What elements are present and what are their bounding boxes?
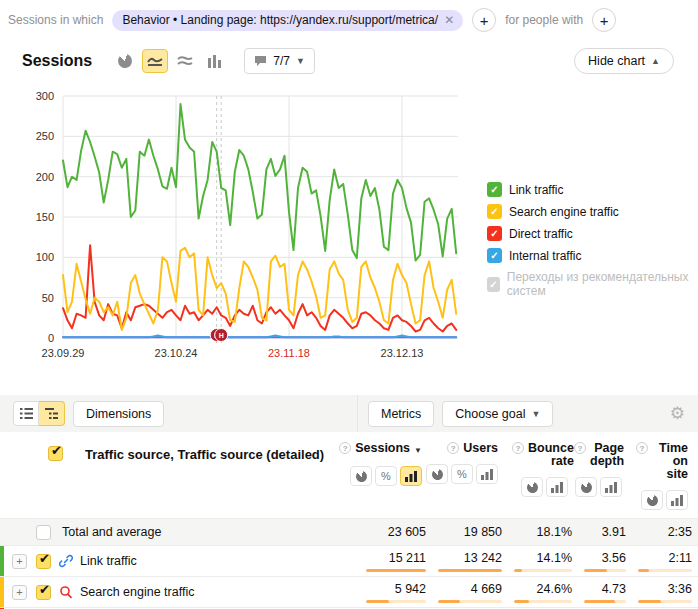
legend-item-link-traffic[interactable]: ✓ Link traffic	[487, 182, 698, 197]
row-label[interactable]: Search engine traffic	[80, 585, 194, 599]
flat-list-icon	[20, 408, 33, 419]
svg-text:300: 300	[36, 90, 54, 102]
segment-chip-label: Behavior • Landing page: https://yandex.…	[122, 13, 438, 27]
column-chart-type-button[interactable]	[202, 49, 228, 73]
help-icon[interactable]: ?	[574, 442, 586, 454]
link-icon	[59, 554, 73, 568]
mini-bars-icon	[405, 471, 417, 482]
svg-text:Н: Н	[219, 332, 224, 339]
legend-checkbox[interactable]: ✓	[487, 226, 502, 241]
stacked-chart-icon	[177, 55, 193, 67]
column-label[interactable]: Bounce rate	[528, 442, 574, 468]
users-value: 4 669	[471, 582, 502, 596]
flat-list-view-button[interactable]	[13, 401, 39, 426]
pie-toggle-button[interactable]	[426, 464, 448, 484]
page-depth-value: 3.56	[602, 551, 626, 565]
legend-checkbox[interactable]: ✓	[487, 204, 502, 219]
mini-bars-icon	[605, 482, 617, 493]
hide-chart-label: Hide chart	[588, 54, 645, 68]
column-label[interactable]: Sessions	[355, 442, 410, 455]
filter-suffix-label: for people with	[505, 13, 583, 27]
pie-toggle-button[interactable]	[350, 466, 372, 486]
svg-text:50: 50	[42, 292, 54, 304]
row-label[interactable]: Link traffic	[80, 554, 137, 568]
pie-chart-type-button[interactable]	[112, 49, 138, 73]
column-label[interactable]: Page depth	[590, 442, 624, 468]
svg-text:200: 200	[36, 171, 54, 183]
percent-toggle-button[interactable]: %	[451, 464, 473, 484]
mini-bars-icon	[551, 482, 563, 493]
chevron-down-icon: ▼	[531, 409, 540, 419]
tree-view-button[interactable]	[39, 401, 65, 426]
bounce-rate-value: 14.1%	[537, 551, 572, 565]
expand-button[interactable]: +	[12, 554, 27, 569]
filter-prefix-label: Sessions in which	[8, 13, 103, 27]
pie-toggle-button[interactable]	[521, 477, 543, 497]
table-row-link-traffic: + Link traffic 15 211 13 242 14.1% 3.56 …	[0, 546, 698, 577]
column-label[interactable]: Users	[463, 442, 498, 455]
column-header-time-on-site: ? Time on site	[632, 432, 698, 518]
choose-goal-button[interactable]: Choose goal ▼	[442, 401, 553, 427]
expand-button[interactable]: +	[12, 585, 27, 600]
hide-chart-button[interactable]: Hide chart ▲	[574, 48, 674, 74]
sessions-value: 15 211	[389, 551, 426, 565]
table-row-search-engine-traffic: + Search engine traffic 5 942 4 669 24.6…	[0, 577, 698, 608]
legend-checkbox[interactable]: ✓	[487, 182, 502, 197]
add-segment-button[interactable]: +	[472, 8, 496, 32]
annotations-dropdown[interactable]: 7/7 ▼	[244, 48, 315, 74]
bars-toggle-button[interactable]	[546, 477, 568, 497]
pie-chart-icon	[116, 52, 134, 70]
column-header-bounce-rate: ? Bounce rate	[508, 432, 578, 518]
stacked-chart-type-button[interactable]	[172, 49, 198, 73]
svg-text:23.10.24: 23.10.24	[155, 347, 198, 359]
help-icon[interactable]: ?	[447, 442, 459, 454]
gear-icon[interactable]: ⚙	[670, 403, 685, 424]
legend-item-search-traffic[interactable]: ✓ Search engine traffic	[487, 204, 698, 219]
page-depth-bar	[584, 600, 615, 603]
total-users: 19 850	[464, 525, 502, 539]
bars-toggle-button[interactable]	[476, 464, 498, 484]
sort-desc-icon: ▼	[414, 444, 422, 457]
total-row-checkbox[interactable]	[36, 525, 51, 540]
segment-chip[interactable]: Behavior • Landing page: https://yandex.…	[112, 10, 463, 31]
total-page-depth: 3.91	[602, 525, 626, 539]
dimensions-button[interactable]: Dimensions	[73, 401, 164, 427]
chart-type-switcher	[112, 49, 228, 73]
legend-checkbox[interactable]: ✓	[487, 277, 500, 292]
select-all-checkbox[interactable]	[48, 446, 63, 461]
mini-pie-icon	[354, 469, 368, 483]
time-on-site-value: 2:11	[669, 551, 692, 565]
metrics-button[interactable]: Metrics	[368, 401, 434, 427]
row-checkbox[interactable]	[36, 554, 51, 569]
chevron-up-icon: ▲	[651, 56, 660, 66]
help-icon[interactable]: ?	[636, 442, 648, 454]
pie-toggle-button[interactable]	[575, 477, 597, 497]
row-color-strip	[0, 546, 4, 576]
bars-toggle-button[interactable]	[666, 490, 688, 510]
svg-text:23.11.18: 23.11.18	[268, 347, 310, 359]
mini-pie-icon	[430, 467, 444, 481]
bars-toggle-button[interactable]	[600, 477, 622, 497]
total-row: + Total and average 23 605 19 850 18.1% …	[0, 519, 698, 546]
chip-close-icon[interactable]: ✕	[444, 13, 454, 27]
svg-text:23.12.13: 23.12.13	[381, 347, 424, 359]
row-color-strip	[0, 577, 4, 607]
legend-checkbox[interactable]: ✓	[487, 248, 502, 263]
help-icon[interactable]: ?	[339, 442, 351, 454]
row-checkbox[interactable]	[36, 585, 51, 600]
legend-item-internal-traffic[interactable]: ✓ Internal traffic	[487, 248, 698, 263]
percent-toggle-button[interactable]: %	[375, 466, 397, 486]
sessions-bar	[366, 569, 426, 572]
legend-item-direct-traffic[interactable]: ✓ Direct traffic	[487, 226, 698, 241]
mini-pie-icon	[525, 480, 539, 494]
sessions-chart: 05010015020025030023.09.2923.10.2423.11.…	[0, 86, 698, 370]
chart-title: Sessions	[22, 52, 92, 70]
column-label[interactable]: Time on site	[652, 442, 688, 481]
legend-item-recommendation-traffic[interactable]: ✓ Переходы из рекомендательных систем	[487, 270, 698, 298]
bars-toggle-button[interactable]	[400, 466, 422, 486]
add-people-filter-button[interactable]: +	[592, 8, 616, 32]
help-icon[interactable]: ?	[512, 442, 524, 454]
bounce-rate-bar	[514, 600, 529, 603]
line-chart-type-button[interactable]	[142, 49, 168, 73]
pie-toggle-button[interactable]	[641, 490, 663, 510]
